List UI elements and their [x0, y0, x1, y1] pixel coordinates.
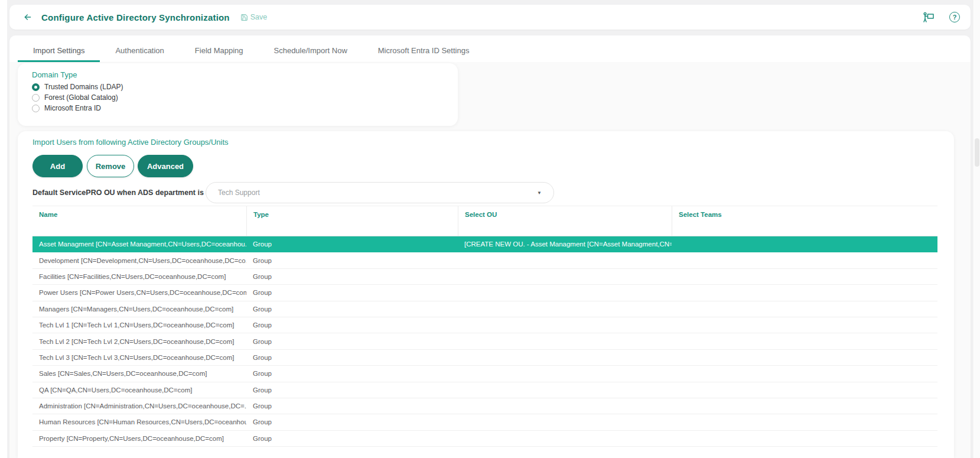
radio-unselected-icon	[32, 94, 40, 102]
table-row[interactable]: Property [CN=Property,CN=Users,DC=oceanh…	[32, 431, 937, 447]
cell-select-teams[interactable]	[672, 414, 937, 430]
cell-select-ou[interactable]	[458, 252, 672, 268]
cell-select-teams[interactable]	[672, 398, 937, 414]
tab-import-settings[interactable]: Import Settings	[18, 46, 100, 62]
cell-select-teams[interactable]	[672, 350, 937, 365]
default-ou-label: Default ServicePRO OU when ADS departmen…	[32, 189, 227, 197]
page: Configure Active Directory Synchronizati…	[0, 0, 980, 458]
tab-microsoft-entra-id-settings[interactable]: Microsoft Entra ID Settings	[363, 46, 485, 62]
page-scrollbar[interactable]	[974, 0, 980, 458]
table-body: Asset Managment [CN=Asset Managment,CN=U…	[32, 236, 937, 447]
radio-option-microsoft-entra-id[interactable]: Microsoft Entra ID	[32, 104, 101, 112]
cell-type: Group	[246, 252, 458, 268]
table-row[interactable]: Administration [CN=Administration,CN=Use…	[32, 398, 937, 414]
advanced-button[interactable]: Advanced	[138, 155, 193, 177]
header-icons: ?	[922, 12, 960, 22]
tab-schedule-import-now[interactable]: Schedule/Import Now	[259, 46, 363, 62]
cell-select-teams[interactable]	[672, 236, 937, 252]
import-section-title: Import Users from following Active Direc…	[32, 138, 229, 147]
cell-select-ou[interactable]	[458, 398, 672, 414]
header-bar: Configure Active Directory Synchronizati…	[9, 5, 971, 30]
table-row[interactable]: Development [CN=Development,CN=Users,DC=…	[32, 252, 937, 268]
cell-type: Group	[246, 269, 458, 284]
cell-select-ou[interactable]	[458, 431, 672, 446]
remove-button[interactable]: Remove	[87, 155, 134, 177]
cell-select-ou[interactable]	[458, 301, 672, 317]
save-button[interactable]: Save	[240, 13, 268, 21]
column-header-select-teams: Select Teams	[672, 206, 937, 236]
tab-bar: Import Settings Authentication Field Map…	[9, 35, 971, 62]
table-row[interactable]: Asset Managment [CN=Asset Managment,CN=U…	[32, 236, 937, 252]
cell-select-teams[interactable]	[672, 366, 937, 381]
cell-type: Group	[246, 333, 458, 349]
cell-select-ou[interactable]	[458, 414, 672, 430]
cell-name: Sales [CN=Sales,CN=Users,DC=oceanhouse,D…	[32, 366, 246, 381]
cell-name: Asset Managment [CN=Asset Managment,CN=U…	[32, 236, 246, 252]
save-label: Save	[250, 13, 268, 21]
radio-option-trusted-domains[interactable]: Trusted Domains (LDAP)	[32, 83, 123, 91]
table-row[interactable]: Tech Lvl 1 [CN=Tech Lvl 1,CN=Users,DC=oc…	[32, 317, 937, 333]
cell-select-ou[interactable]: [CREATE NEW OU. - Asset Managment [CN=As…	[458, 236, 672, 252]
cell-type: Group	[246, 301, 458, 317]
cell-select-ou[interactable]	[458, 269, 672, 284]
table-row[interactable]: Sales [CN=Sales,CN=Users,DC=oceanhouse,D…	[32, 366, 937, 382]
cell-name: Managers [CN=Managers,CN=Users,DC=oceanh…	[32, 301, 246, 317]
table-row[interactable]: QA [CN=QA,CN=Users,DC=oceanhouse,DC=com]…	[32, 382, 937, 398]
default-ou-value: Tech Support	[218, 189, 260, 197]
table-row[interactable]: Managers [CN=Managers,CN=Users,DC=oceanh…	[32, 301, 937, 317]
domain-type-title: Domain Type	[32, 70, 444, 79]
cell-select-teams[interactable]	[672, 301, 937, 317]
cell-name: Facilities [CN=Facilities,CN=Users,DC=oc…	[32, 269, 246, 284]
tab-authentication[interactable]: Authentication	[100, 46, 179, 62]
help-icon[interactable]: ?	[949, 12, 960, 22]
cell-name: Administration [CN=Administration,CN=Use…	[32, 398, 246, 414]
cell-type: Group	[246, 236, 458, 252]
table-row[interactable]: Tech Lvl 3 [CN=Tech Lvl 3,CN=Users,DC=oc…	[32, 350, 937, 366]
cell-select-teams[interactable]	[672, 252, 937, 268]
cell-select-teams[interactable]	[672, 317, 937, 333]
radio-option-forest-global-catalog[interactable]: Forest (Global Catalog)	[32, 93, 118, 102]
default-ou-dropdown[interactable]: Tech Support ▼	[206, 182, 554, 203]
table-row[interactable]: Tech Lvl 2 [CN=Tech Lvl 2,CN=Users,DC=oc…	[32, 333, 937, 349]
cell-name: Power Users [CN=Power Users,CN=Users,DC=…	[32, 285, 246, 300]
cell-select-teams[interactable]	[672, 269, 937, 284]
radio-unselected-icon	[32, 105, 40, 112]
cell-select-teams[interactable]	[672, 285, 937, 300]
cell-type: Group	[246, 382, 458, 398]
cell-select-teams[interactable]	[672, 431, 937, 446]
cell-name: Tech Lvl 3 [CN=Tech Lvl 3,CN=Users,DC=oc…	[32, 350, 246, 365]
cell-select-teams[interactable]	[672, 382, 937, 398]
cell-name: Property [CN=Property,CN=Users,DC=oceanh…	[32, 431, 246, 446]
cell-name: Human Resources [CN=Human Resources,CN=U…	[32, 414, 246, 430]
tab-field-mapping[interactable]: Field Mapping	[180, 46, 259, 62]
walkthrough-icon[interactable]	[922, 12, 935, 22]
radio-selected-icon	[32, 83, 40, 91]
cell-select-ou[interactable]	[458, 333, 672, 349]
table-row[interactable]: Facilities [CN=Facilities,CN=Users,DC=oc…	[32, 269, 937, 285]
table-row[interactable]: Power Users [CN=Power Users,CN=Users,DC=…	[32, 285, 937, 301]
scrollbar-thumb[interactable]	[975, 138, 979, 167]
radio-label: Trusted Domains (LDAP)	[44, 83, 123, 91]
cell-select-teams[interactable]	[672, 333, 937, 349]
cell-select-ou[interactable]	[458, 285, 672, 300]
cell-select-ou[interactable]	[458, 317, 672, 333]
table-row[interactable]: Human Resources [CN=Human Resources,CN=U…	[32, 414, 937, 430]
chevron-down-icon: ▼	[537, 190, 542, 196]
cell-select-ou[interactable]	[458, 366, 672, 381]
radio-label: Microsoft Entra ID	[44, 104, 101, 112]
cell-type: Group	[246, 414, 458, 430]
radio-label: Forest (Global Catalog)	[44, 93, 118, 102]
save-icon	[240, 14, 248, 21]
cell-select-ou[interactable]	[458, 382, 672, 398]
cell-type: Group	[246, 317, 458, 333]
groups-table: Name Type Select OU Select Teams Asset M…	[32, 206, 937, 447]
cell-type: Group	[246, 350, 458, 365]
back-button[interactable]	[20, 9, 35, 25]
cell-type: Group	[246, 398, 458, 414]
cell-type: Group	[246, 431, 458, 446]
arrow-left-icon	[22, 12, 34, 22]
column-header-select-ou: Select OU	[458, 206, 672, 236]
domain-type-card: Domain Type Trusted Domains (LDAP) Fores…	[18, 63, 458, 126]
cell-select-ou[interactable]	[458, 350, 672, 365]
add-button[interactable]: Add	[32, 155, 83, 177]
